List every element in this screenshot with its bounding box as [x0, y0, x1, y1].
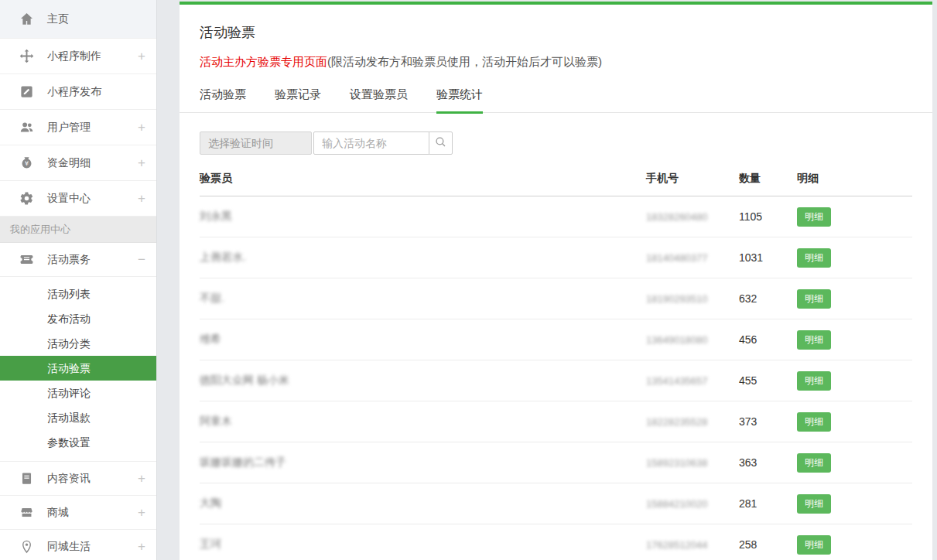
page-title: 活动验票: [200, 5, 912, 42]
table-header-cell: 手机号: [646, 172, 739, 196]
detail-button[interactable]: 明细: [797, 494, 831, 514]
svg-text:¥: ¥: [24, 160, 28, 167]
detail-button[interactable]: 明细: [797, 207, 831, 227]
move-icon: [19, 49, 34, 64]
plus-icon[interactable]: +: [138, 539, 145, 555]
count-cell: 632: [739, 278, 797, 319]
checker-name: 坂姗坂姗的二侉子: [200, 456, 286, 468]
sidebar-item[interactable]: 小程序制作+: [0, 39, 156, 74]
detail-button[interactable]: 明细: [797, 248, 831, 268]
tab-1[interactable]: 活动验票: [200, 87, 246, 114]
count-cell: 455: [739, 360, 797, 401]
table-row: 王珂17628512044258明细: [200, 524, 912, 560]
sidebar-item[interactable]: 设置中心+: [0, 181, 156, 217]
verify-time-input[interactable]: [200, 131, 312, 155]
sidebar-subitem[interactable]: 活动评论: [0, 381, 156, 405]
detail-cell: 明细: [797, 360, 912, 401]
table-header-cell: 明细: [797, 172, 912, 196]
sidebar-item-label: 商城: [47, 506, 69, 520]
plus-icon[interactable]: +: [138, 120, 145, 135]
checker-name-cell: 不甜.: [200, 278, 646, 319]
table-row: 阿童木18228235528373明细: [200, 401, 912, 442]
sidebar-item[interactable]: 商城+: [0, 496, 156, 530]
detail-button[interactable]: 明细: [797, 289, 831, 309]
tab-4[interactable]: 验票统计: [436, 87, 483, 114]
sidebar-subitem[interactable]: 活动列表: [0, 282, 156, 306]
checker-name-cell: 刘永黑: [200, 196, 646, 237]
sidebar-item[interactable]: 小程序发布: [0, 74, 156, 110]
count-cell: 373: [739, 401, 797, 442]
sidebar-item-label: 设置中心: [47, 192, 91, 206]
edit-icon: [19, 84, 34, 100]
phone-cell: 18140480377: [646, 237, 739, 278]
sidebar-item-label: 同城生活: [47, 540, 91, 554]
detail-cell: 明细: [797, 401, 912, 442]
store-icon: [19, 505, 34, 521]
plus-icon[interactable]: +: [138, 191, 145, 207]
checker-name-cell: 王珂: [200, 524, 646, 560]
sidebar: 主页小程序制作+小程序发布用户管理+¥资金明细+设置中心+我的应用中心活动票务−…: [0, 0, 157, 560]
table-header-row: 验票员手机号数量明细: [200, 172, 912, 196]
detail-button[interactable]: 明细: [797, 535, 831, 555]
sidebar-item-label: 用户管理: [47, 121, 91, 135]
detail-button[interactable]: 明细: [797, 412, 831, 432]
plus-icon[interactable]: +: [138, 471, 145, 487]
notice: 活动主办方验票专用页面(限活动发布方和验票员使用，活动开始后才可以验票): [200, 55, 912, 70]
phone-cell: 15884210020: [646, 483, 739, 524]
detail-cell: 明细: [797, 196, 912, 237]
home-icon: [19, 12, 34, 27]
detail-button[interactable]: 明细: [797, 330, 831, 350]
sidebar-item[interactable]: 同城生活+: [0, 530, 156, 560]
activity-name-input[interactable]: [313, 131, 429, 155]
sidebar-item-label: 活动票务: [47, 253, 91, 267]
detail-cell: 明细: [797, 524, 912, 560]
main-content: 活动验票 活动主办方验票专用页面(限活动发布方和验票员使用，活动开始后才可以验票…: [180, 2, 932, 560]
sidebar-item-label: 内容资讯: [47, 472, 91, 486]
sidebar-section-label: 我的应用中心: [0, 217, 156, 243]
sidebar-item[interactable]: ¥资金明细+: [0, 145, 156, 181]
sidebar-subitem[interactable]: 参数设置: [0, 430, 156, 455]
detail-cell: 明细: [797, 319, 912, 360]
phone-cell: 18190293510: [646, 278, 739, 319]
money-icon: ¥: [19, 155, 34, 171]
detail-button[interactable]: 明细: [797, 453, 831, 473]
sidebar-item-label: 主页: [47, 12, 69, 26]
notice-red-text: 活动主办方验票专用页面: [200, 55, 327, 68]
sidebar-item[interactable]: 活动票务−: [0, 243, 156, 277]
pin-icon: [19, 539, 34, 555]
phone-cell: 15892310638: [646, 442, 739, 483]
tab-2[interactable]: 验票记录: [275, 87, 321, 114]
search-button[interactable]: [429, 131, 453, 155]
checker-name-cell: 上善若水.: [200, 237, 646, 278]
sidebar-subitem[interactable]: 活动退款: [0, 405, 156, 430]
sidebar-subitem[interactable]: 发布活动: [0, 306, 156, 331]
tab-bar: 活动验票验票记录设置验票员验票统计: [200, 87, 912, 114]
phone-number: 13541435657: [646, 375, 708, 387]
phone-cell: 17628512044: [646, 524, 739, 560]
sidebar-submenu: 活动列表发布活动活动分类活动验票活动评论活动退款参数设置: [0, 277, 156, 462]
plus-icon[interactable]: +: [138, 505, 145, 521]
minus-icon[interactable]: −: [138, 252, 145, 268]
table-row: 上善若水.181404803771031明细: [200, 237, 912, 278]
checker-name: 阿童木: [200, 415, 232, 427]
plus-icon[interactable]: +: [138, 49, 145, 64]
table-row: 不甜.18190293510632明细: [200, 278, 912, 319]
sidebar-item[interactable]: 主页: [0, 0, 156, 39]
notice-gray-text: (限活动发布方和验票员使用，活动开始后才可以验票): [327, 55, 602, 68]
table-row: 刘永黑183282604801105明细: [200, 196, 912, 237]
sidebar-item[interactable]: 用户管理+: [0, 110, 156, 145]
checker-name: 大陶: [200, 497, 221, 509]
checker-name: 德阳大众网 杨小米: [200, 374, 289, 386]
sidebar-item[interactable]: 内容资讯+: [0, 462, 156, 496]
checker-name-cell: 大陶: [200, 483, 646, 524]
table-row: 维希13649018080456明细: [200, 319, 912, 360]
tab-3[interactable]: 设置验票员: [350, 87, 408, 114]
ticket-icon: [19, 252, 34, 268]
detail-button[interactable]: 明细: [797, 371, 831, 391]
content-card: 活动验票 活动主办方验票专用页面(限活动发布方和验票员使用，活动开始后才可以验票…: [180, 5, 932, 560]
sidebar-subitem[interactable]: 活动验票: [0, 356, 156, 381]
plus-icon[interactable]: +: [138, 155, 145, 171]
table-row: 坂姗坂姗的二侉子15892310638363明细: [200, 442, 912, 483]
sidebar-subitem[interactable]: 活动分类: [0, 331, 156, 356]
phone-number: 15892310638: [646, 457, 708, 469]
